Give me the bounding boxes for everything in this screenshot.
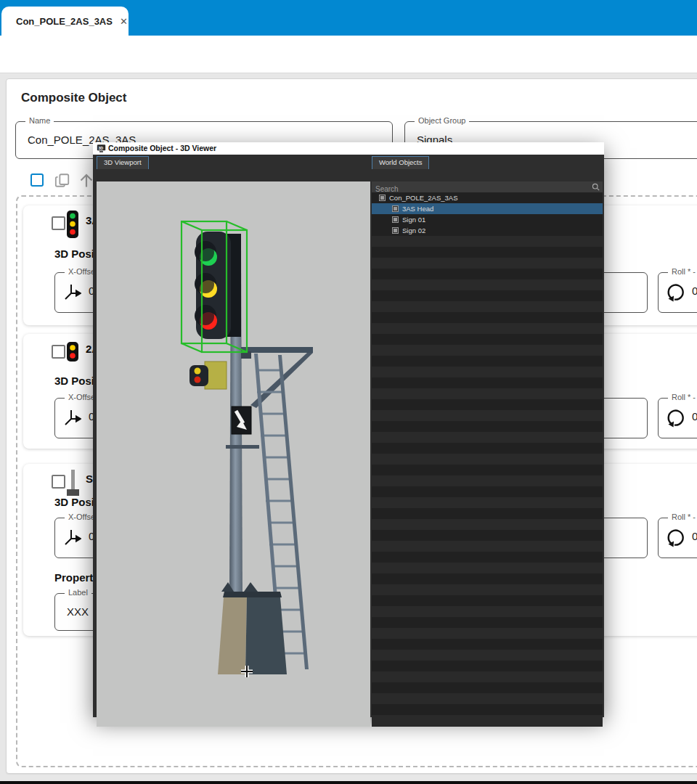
rotate-icon: [666, 282, 686, 306]
axis-icon: [62, 282, 81, 306]
empty-list-rows: [372, 236, 603, 727]
svg-text:3D: 3D: [98, 146, 103, 150]
select-all-checkbox[interactable]: [30, 173, 44, 187]
axis-icon: [62, 408, 81, 431]
bottom-bar: [0, 781, 697, 784]
object-icon: [379, 195, 386, 201]
item-checkbox[interactable]: [52, 475, 65, 489]
roll-label: Roll * -: [668, 393, 697, 401]
label-field-value: XXX: [67, 605, 89, 618]
label-field-label: Label: [65, 588, 91, 597]
duplicate-button[interactable]: [54, 172, 70, 192]
search-bar: [372, 181, 603, 192]
close-icon[interactable]: ✕: [120, 16, 128, 27]
3d-viewer-window: 3D Composite Object - 3D Viewer 3D Viewp…: [93, 142, 604, 717]
roll-value: 0: [692, 410, 697, 422]
copy-icon: [54, 172, 70, 189]
tab-world-objects[interactable]: World Objects: [372, 156, 429, 169]
tree-item-root[interactable]: Con_POLE_2AS_3AS: [372, 192, 603, 203]
3d-viewport-canvas[interactable]: [97, 181, 370, 727]
rotate-icon: [666, 528, 686, 551]
object-group-label: Object Group: [415, 116, 469, 125]
tree-item-label: Sign 01: [402, 216, 425, 224]
roll-value: 0: [692, 285, 697, 297]
traffic-signal-2-icon: [65, 341, 80, 365]
signal-pole-3d-scene: [97, 181, 370, 727]
item-checkbox[interactable]: [52, 345, 65, 359]
3d-viewer-titlebar[interactable]: 3D Composite Object - 3D Viewer: [93, 142, 604, 155]
search-icon: [592, 183, 600, 191]
traffic-signal-3-icon: [65, 210, 80, 242]
world-objects-panel: Con_POLE_2AS_3AS 3AS Head Sign 01 Sign 0…: [372, 181, 603, 727]
roll-value: 0: [692, 530, 697, 542]
tree-item-label: 3AS Head: [402, 205, 433, 213]
roll-field[interactable]: Roll * - 0: [658, 518, 697, 558]
axis-icon: [62, 528, 81, 551]
3d-viewer-icon: 3D: [97, 144, 106, 153]
object-icon: [392, 216, 399, 223]
name-field-label: Name: [25, 116, 54, 125]
tab-title: Con_POLE_2AS_3AS: [16, 16, 113, 27]
3d-viewer-body: 3D Viewport World Objects: [93, 155, 604, 717]
roll-label: Roll * -: [668, 267, 697, 276]
roll-field[interactable]: Roll * - 0: [658, 272, 697, 313]
tree-item-label: Sign 02: [402, 226, 425, 234]
roll-label: Roll * -: [668, 513, 697, 521]
roll-field[interactable]: Roll * - 0: [658, 398, 697, 438]
rotate-icon: [666, 408, 686, 431]
page-title: Composite Object: [21, 91, 126, 105]
tree-item-3as-head[interactable]: 3AS Head: [372, 203, 603, 214]
tree-item-sign-01[interactable]: Sign 01: [372, 214, 603, 225]
object-icon: [392, 227, 399, 234]
tree-item-label: Con_POLE_2AS_3AS: [389, 194, 458, 202]
document-tab[interactable]: Con_POLE_2AS_3AS ✕: [1, 7, 129, 36]
item-checkbox[interactable]: [52, 216, 65, 230]
object-icon: [392, 205, 399, 212]
3d-viewer-title: Composite Object - 3D Viewer: [108, 144, 216, 152]
tree-item-sign-02[interactable]: Sign 02: [372, 225, 603, 236]
tab-3d-viewport[interactable]: 3D Viewport: [97, 156, 149, 169]
